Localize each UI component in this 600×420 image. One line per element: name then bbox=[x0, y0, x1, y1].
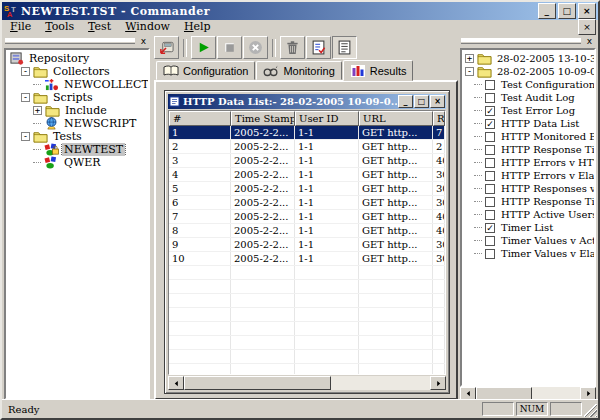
checkbox-checked[interactable]: ✓ bbox=[485, 223, 495, 233]
table-row[interactable]: 82005-2-2...1-1GET http...40 bbox=[169, 224, 445, 238]
right-panel-close-button[interactable]: x bbox=[584, 36, 595, 46]
table-row[interactable]: 62005-2-2...1-1GET http...30 bbox=[169, 196, 445, 210]
tree-item-newcollector[interactable]: NEWCOLLECTOR bbox=[8, 78, 148, 91]
table-cell bbox=[295, 322, 359, 335]
table-row[interactable]: 12005-2-2...1-1GET http...7 bbox=[169, 126, 445, 140]
table-row[interactable]: 22005-2-2...1-1GET http...2 bbox=[169, 140, 445, 154]
table-row[interactable]: 102005-2-2...1-1GET http...30 bbox=[169, 252, 445, 266]
tab-monitoring[interactable]: Monitoring bbox=[256, 61, 341, 80]
result-item-http-response-time-v-n[interactable]: HTTP Response Time v N bbox=[464, 143, 594, 156]
table-row[interactable]: 32005-2-2...1-1GET http...40 bbox=[169, 154, 445, 168]
result-item-http-response-time-v-e[interactable]: HTTP Response Time v E bbox=[464, 195, 594, 208]
http-window-minimize-button[interactable]: _ bbox=[398, 95, 413, 108]
http-window-title-bar[interactable]: HTTP Data List:- 28-02-2005 10-09-0... _… bbox=[168, 94, 446, 109]
menu-tools[interactable]: Tools bbox=[38, 20, 81, 34]
checkbox-unchecked[interactable] bbox=[485, 249, 495, 259]
menu-test[interactable]: Test bbox=[81, 20, 118, 34]
checkbox-unchecked[interactable] bbox=[485, 171, 495, 181]
checkbox-unchecked[interactable] bbox=[485, 184, 495, 194]
http-window-title: HTTP Data List:- 28-02-2005 10-09-0... bbox=[183, 96, 397, 107]
expander-plus-icon[interactable]: + bbox=[33, 106, 42, 115]
maximize-button[interactable]: □ bbox=[558, 3, 576, 19]
table-row[interactable]: 72005-2-2...1-1GET http...40 bbox=[169, 210, 445, 224]
result-item-timer-list[interactable]: ✓Timer List bbox=[464, 221, 594, 234]
tree-item-tests[interactable]: -Tests bbox=[8, 130, 148, 143]
result-item-timer-values-v-active[interactable]: Timer Values v Active bbox=[464, 234, 594, 247]
tree-item-newtest[interactable]: NEWTEST bbox=[8, 143, 148, 156]
table-cell: GET http... bbox=[359, 126, 433, 139]
table-cell: 1-1 bbox=[295, 210, 359, 223]
show-log-pane-button[interactable] bbox=[332, 36, 357, 59]
result-item-http-active-users-v-el[interactable]: HTTP Active Users v El bbox=[464, 208, 594, 221]
tab-results[interactable]: Results bbox=[343, 60, 414, 81]
result-item-http-data-list[interactable]: ✓HTTP Data List bbox=[464, 117, 594, 130]
result-item-28-02-2005-10-09-06-001[interactable]: -28-02-2005 10-09-06.001 bbox=[464, 65, 594, 78]
table-cell bbox=[231, 280, 295, 293]
tree-item-newscript[interactable]: NEWSCRIPT bbox=[8, 117, 148, 130]
left-panel-close-button[interactable]: x bbox=[138, 36, 149, 46]
tab-control: ConfigurationMonitoringResults HTTP Data… bbox=[154, 61, 458, 400]
scroll-left-button[interactable] bbox=[168, 376, 184, 390]
import-results-button[interactable] bbox=[154, 36, 179, 59]
menu-window[interactable]: Window bbox=[118, 20, 177, 34]
close-button[interactable]: × bbox=[578, 3, 596, 19]
tree-item-include[interactable]: +Include bbox=[8, 104, 148, 117]
repository-panel-gripper[interactable]: x bbox=[4, 36, 150, 46]
result-item-test-configuration[interactable]: Test Configuration bbox=[464, 78, 594, 91]
checkbox-unchecked[interactable] bbox=[485, 210, 495, 220]
tree-item-qwer[interactable]: QWER bbox=[8, 156, 148, 169]
stop-test-button[interactable] bbox=[217, 36, 242, 59]
checkbox-unchecked[interactable] bbox=[485, 197, 495, 207]
tree-item-scripts[interactable]: -Scripts bbox=[8, 91, 148, 104]
checkbox-unchecked[interactable] bbox=[485, 236, 495, 246]
checkbox-checked[interactable]: ✓ bbox=[485, 106, 495, 116]
table-row[interactable]: 92005-2-2...1-1GET http...30 bbox=[169, 238, 445, 252]
results-panel-gripper[interactable]: x bbox=[460, 36, 596, 46]
sta-logo-icon: STA bbox=[4, 4, 18, 18]
scrollbar-thumb[interactable] bbox=[184, 376, 331, 390]
task-list-button[interactable] bbox=[306, 36, 331, 59]
tree-item-collectors[interactable]: -Collectors bbox=[8, 65, 148, 78]
tab-configuration[interactable]: Configuration bbox=[156, 61, 255, 80]
minimize-button[interactable]: _ bbox=[538, 3, 556, 19]
result-item-test-audit-log[interactable]: Test Audit Log bbox=[464, 91, 594, 104]
tree-item-repository[interactable]: Repository bbox=[8, 52, 148, 65]
result-item-http-responses-v-elap[interactable]: HTTP Responses v Elap bbox=[464, 182, 594, 195]
expander-minus-icon[interactable]: - bbox=[21, 93, 30, 102]
scroll-right-button[interactable] bbox=[430, 376, 446, 390]
expander-minus-icon[interactable]: - bbox=[21, 132, 30, 141]
column-header-re: Re bbox=[433, 111, 445, 126]
result-item-timer-values-v-elapsed[interactable]: Timer Values v Elapsed bbox=[464, 247, 594, 260]
result-item-http-monitored-bytes-v[interactable]: HTTP Monitored Bytes v bbox=[464, 130, 594, 143]
tree-item-label: Include bbox=[63, 104, 109, 117]
scrollbar-track[interactable] bbox=[331, 376, 430, 390]
result-item-http-errors-v-elapsed[interactable]: HTTP Errors v Elapsed bbox=[464, 169, 594, 182]
result-item-28-02-2005-13-10-35-001[interactable]: +28-02-2005 13-10-35.001 bbox=[464, 52, 594, 65]
checkbox-checked[interactable]: ✓ bbox=[485, 119, 495, 129]
table-cell bbox=[433, 364, 445, 374]
delete-results-button[interactable] bbox=[280, 36, 305, 59]
menu-help[interactable]: Help bbox=[177, 20, 218, 34]
checkbox-unchecked[interactable] bbox=[485, 80, 495, 90]
menubar-close-button[interactable]: × bbox=[578, 19, 596, 35]
http-window-restore-button[interactable]: □ bbox=[414, 95, 429, 108]
result-item-http-errors-v-http-re[interactable]: HTTP Errors v HTTP Re bbox=[464, 156, 594, 169]
checkbox-unchecked[interactable] bbox=[485, 93, 495, 103]
table-cell: 5 bbox=[169, 182, 231, 195]
http-window-close-button[interactable]: × bbox=[430, 95, 445, 108]
resize-grip[interactable] bbox=[584, 404, 597, 417]
checkbox-unchecked[interactable] bbox=[485, 132, 495, 142]
table-row[interactable]: 52005-2-2...1-1GET http...30 bbox=[169, 182, 445, 196]
result-item-test-error-log[interactable]: ✓Test Error Log bbox=[464, 104, 594, 117]
expander-minus-icon[interactable]: - bbox=[21, 67, 30, 76]
abort-test-button[interactable] bbox=[243, 36, 268, 59]
results-tab-content: HTTP Data List:- 28-02-2005 10-09-0... _… bbox=[154, 80, 458, 400]
start-test-button[interactable] bbox=[191, 36, 216, 59]
menu-file[interactable]: File bbox=[3, 20, 38, 34]
expander-plus-icon[interactable]: + bbox=[465, 54, 474, 63]
expander-minus-icon[interactable]: - bbox=[465, 67, 474, 76]
checkbox-unchecked[interactable] bbox=[485, 158, 495, 168]
table-horizontal-scrollbar[interactable] bbox=[168, 376, 446, 390]
table-row[interactable]: 42005-2-2...1-1GET http...30 bbox=[169, 168, 445, 182]
checkbox-unchecked[interactable] bbox=[485, 145, 495, 155]
